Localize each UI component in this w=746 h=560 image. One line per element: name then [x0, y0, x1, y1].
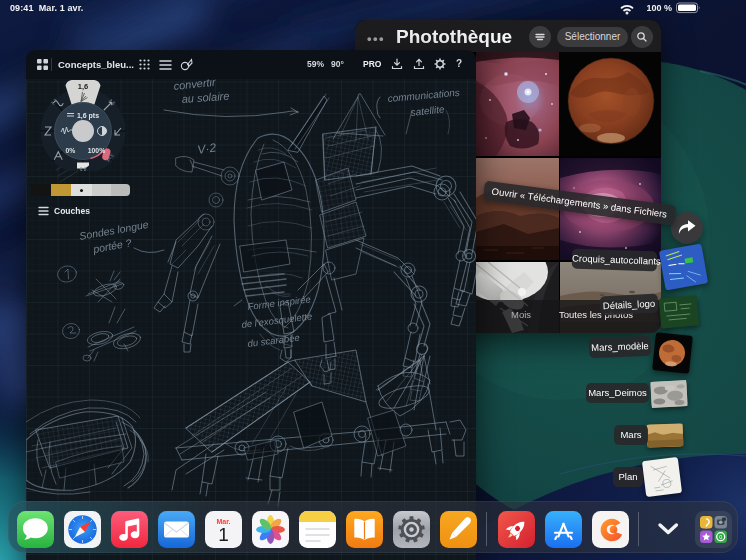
svg-text:0%: 0% [66, 147, 76, 154]
svg-text:100%: 100% [88, 147, 105, 154]
svg-text:V·2: V·2 [196, 140, 217, 157]
svg-text:1: 1 [218, 524, 229, 545]
svg-text:1,6: 1,6 [78, 82, 88, 91]
svg-text:1,6 pts: 1,6 pts [77, 112, 99, 120]
svg-text:0: 0 [719, 534, 722, 540]
svg-text:6,8: 6,8 [80, 167, 87, 172]
